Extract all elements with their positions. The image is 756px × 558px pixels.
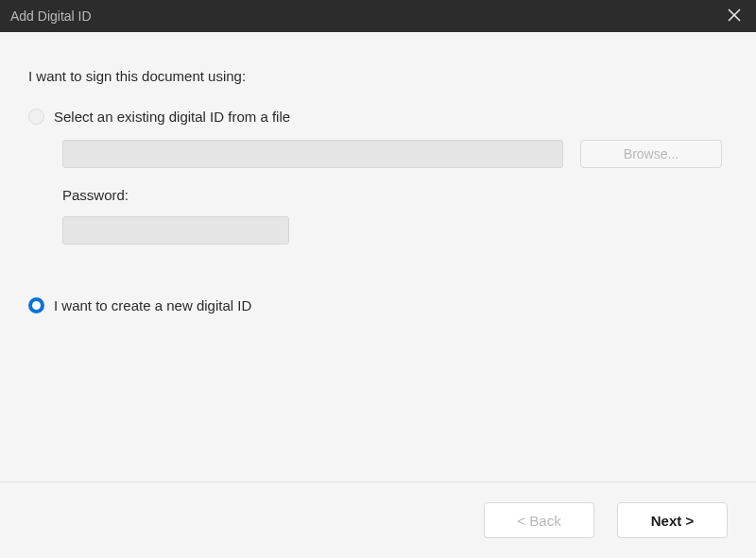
file-path-row: Browse... <box>62 140 728 168</box>
radio-existing-id[interactable] <box>28 109 44 125</box>
next-button[interactable]: Next > <box>617 502 728 538</box>
option-existing-id-label: Select an existing digital ID from a fil… <box>54 109 290 125</box>
password-section: Password: <box>62 187 728 245</box>
titlebar: Add Digital ID <box>0 0 756 32</box>
password-label: Password: <box>62 187 728 203</box>
back-button[interactable]: < Back <box>484 502 594 538</box>
file-path-input[interactable] <box>62 140 563 168</box>
password-input[interactable] <box>62 216 289 245</box>
window-title: Add Digital ID <box>10 8 92 24</box>
option-existing-id[interactable]: Select an existing digital ID from a fil… <box>28 109 728 125</box>
radio-create-new[interactable] <box>28 297 44 313</box>
close-icon <box>728 8 741 22</box>
option-create-new[interactable]: I want to create a new digital ID <box>28 297 728 313</box>
close-button[interactable] <box>722 5 747 27</box>
browse-button[interactable]: Browse... <box>580 140 722 168</box>
dialog-footer: < Back Next > <box>0 482 756 558</box>
dialog-content: I want to sign this document using: Sele… <box>0 32 756 482</box>
option-create-new-label: I want to create a new digital ID <box>54 297 251 313</box>
intro-text: I want to sign this document using: <box>28 68 728 84</box>
